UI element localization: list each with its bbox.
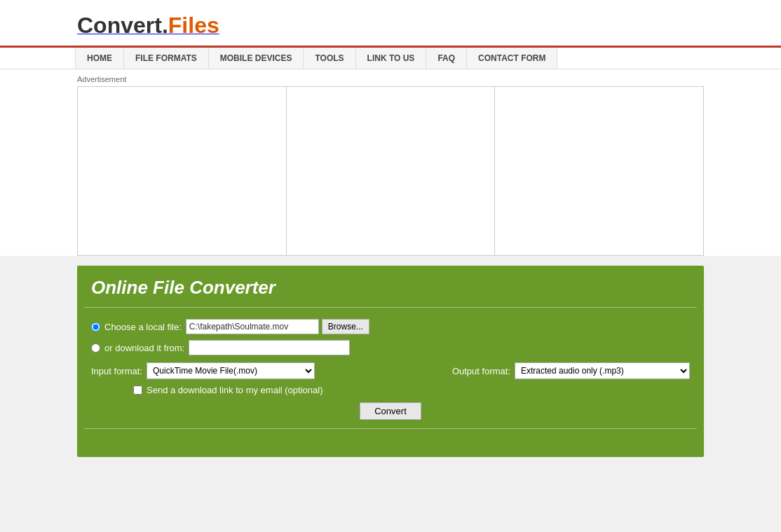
site-logo[interactable]: Convert.Files [77, 25, 219, 35]
nav-item-faq[interactable]: FAQ [426, 48, 467, 69]
converter-section: Online File Converter Choose a local fil… [77, 266, 704, 457]
nav-item-home[interactable]: HOME [75, 48, 124, 69]
input-format-label: Input format: [91, 366, 142, 376]
url-input[interactable] [189, 340, 350, 355]
logo-files: Files [168, 13, 219, 38]
nav-item-file-formats[interactable]: FILE FORMATS [124, 48, 209, 69]
url-row: or download it from: [91, 340, 690, 355]
nav-item-tools[interactable]: TOOLS [304, 48, 355, 69]
convert-button-row: Convert [91, 402, 690, 420]
local-file-row: Choose a local file: Browse... [91, 319, 690, 334]
ad-boxes [77, 86, 704, 256]
nav-item-mobile-devices[interactable]: MOBILE DEVICES [209, 48, 304, 69]
ad-box-2 [287, 87, 496, 255]
local-file-label: Choose a local file: [104, 322, 182, 332]
output-format-select[interactable]: Extracted audio only (.mp3) [515, 362, 690, 379]
email-label: Send a download link to my email (option… [147, 385, 322, 395]
output-format-label: Output format: [452, 366, 510, 376]
nav-item-contact-form[interactable]: CONTACT FORM [467, 48, 557, 69]
output-format-group: Output format: Extracted audio only (.mp… [452, 362, 690, 379]
ad-box-1 [78, 87, 287, 255]
email-row: Send a download link to my email (option… [91, 385, 690, 395]
nav-item-link-to-us[interactable]: LINK TO US [356, 48, 427, 69]
logo-convert: Convert. [77, 13, 168, 38]
browse-button[interactable]: Browse... [322, 319, 369, 334]
converter-title: Online File Converter [77, 266, 704, 307]
email-checkbox[interactable] [133, 386, 142, 395]
nav-menu: HOME FILE FORMATS MOBILE DEVICES TOOLS L… [75, 48, 781, 69]
file-path-input[interactable] [186, 319, 319, 334]
url-label: or download it from: [104, 343, 184, 353]
ad-box-3 [495, 87, 703, 255]
format-row: Input format: QuickTime Movie File(.mov)… [91, 362, 690, 379]
convert-button[interactable]: Convert [360, 402, 421, 420]
converter-divider-top [84, 307, 697, 308]
ad-label: Advertisement [77, 75, 704, 83]
local-file-radio[interactable] [91, 322, 100, 332]
url-radio[interactable] [91, 343, 100, 353]
input-format-select[interactable]: QuickTime Movie File(.mov) [147, 362, 315, 379]
